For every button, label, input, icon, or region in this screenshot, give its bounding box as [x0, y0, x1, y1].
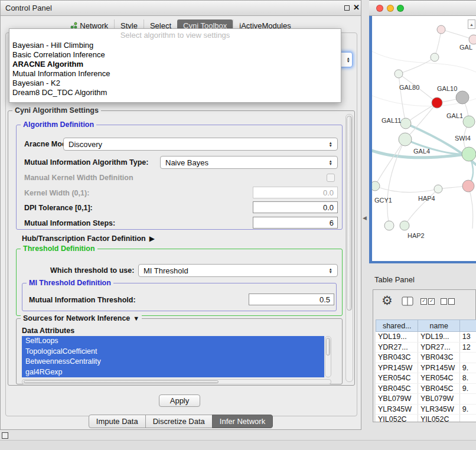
node-label: HAP2 [407, 232, 425, 239]
node-label: GAL4 [413, 148, 430, 155]
attribute-list-hscrollbar-thumb[interactable] [24, 380, 219, 383]
settings-scrollbar-thumb[interactable] [347, 116, 352, 311]
mi-type-label: Mutual Information Algorithm Type: [24, 158, 148, 167]
combo-stepper-icon: ▲▼ [329, 268, 332, 273]
scroll-up-button[interactable]: ▲ [468, 19, 475, 29]
tab-discretize-data[interactable]: Discretize Data [145, 415, 213, 428]
network-node[interactable] [400, 221, 409, 230]
close-icon[interactable]: ✕ [353, 3, 360, 12]
mi-type-select[interactable]: Naive Bayes ▲▼ [160, 156, 338, 169]
table-row[interactable]: YDL19... YDL19... 13 [376, 332, 476, 343]
dpi-tolerance-label: DPI Tolerance [0,1]: [24, 204, 93, 212]
network-node[interactable] [431, 53, 439, 61]
manual-kernel-label: Manual Kernel Width Definition [24, 174, 133, 182]
table-columns-icon[interactable] [402, 296, 413, 306]
cell: YBR043C [376, 353, 418, 363]
tab-label: Infer Network [220, 417, 265, 426]
network-node[interactable] [400, 118, 411, 129]
network-node-selected[interactable] [432, 97, 442, 108]
minimize-button[interactable] [387, 5, 394, 12]
cell: YPR145W [376, 363, 418, 373]
dropdown-item[interactable]: Bayesian - K2 [9, 79, 341, 88]
cell: YLR345W [418, 405, 460, 415]
dpi-tolerance-field[interactable]: 0.0 [253, 201, 338, 213]
desktop: Control Panel ✕ Network Style Select Cyn… [0, 0, 476, 450]
table-row[interactable]: YPR145W YPR145W 9. [376, 363, 476, 374]
table-panel-title: Table Panel [374, 275, 415, 284]
attribute-list-hscrollbar[interactable] [22, 379, 331, 384]
table-body: YDL19... YDL19... 13 YDR27... YDR27... 1… [376, 332, 476, 422]
table-row[interactable]: YIL052C YIL052C [376, 415, 476, 422]
dropdown-item[interactable]: Dream8 DC_TDC Algorithm [9, 88, 341, 97]
mi-type-value: Naive Bayes [165, 158, 208, 167]
attribute-list: SelfLoops TopologicalCoefficient Between… [22, 336, 324, 377]
cell: YER054C [376, 373, 418, 383]
table-toolbar: ⚙ ✓✓ [373, 290, 475, 318]
attribute-list-item[interactable]: BetweennessCentrality [22, 357, 324, 367]
tab-infer-network[interactable]: Infer Network [212, 415, 273, 428]
which-threshold-select[interactable]: MI Threshold ▲▼ [138, 264, 338, 277]
mi-threshold-group-title: MI Threshold Definition [27, 279, 113, 287]
mi-threshold-field[interactable]: 0.5 [249, 294, 334, 305]
table-row[interactable]: YBR045C YBR045C 9. [376, 384, 476, 394]
cell: YIL052C [376, 415, 418, 422]
network-node[interactable] [463, 116, 475, 128]
cell: YBR045C [376, 384, 418, 394]
mi-threshold-value: 0.5 [319, 295, 330, 304]
mi-steps-field[interactable]: 6 [253, 217, 338, 229]
cell: YIL052C [418, 415, 460, 422]
column-header-clipped[interactable] [459, 319, 476, 332]
table-row[interactable]: YER054C YER054C 8. [376, 373, 476, 384]
column-header-shared-name[interactable]: shared... [376, 319, 418, 332]
apply-button-label: Apply [170, 396, 190, 405]
data-attributes-label: Data Attributes [22, 327, 74, 335]
dropdown-item[interactable]: Mutual Information Inference [9, 69, 341, 79]
select-all-columns-icon[interactable]: ✓✓ [420, 298, 435, 305]
hub-section-toggle[interactable]: Hub/Transcription Factor Definition ▶ [22, 234, 155, 243]
cell: 13 [460, 332, 476, 342]
settings-group-title: Cyni Algorithm Settings [12, 106, 101, 115]
network-node[interactable] [469, 35, 476, 44]
network-node-gal10[interactable] [456, 91, 469, 104]
network-node[interactable] [372, 181, 380, 191]
table-row[interactable]: YDR27... YDR27... 12 [376, 343, 476, 353]
minimized-panel-icon[interactable] [2, 432, 8, 439]
attribute-list-item[interactable]: SelfLoops [22, 336, 324, 347]
combo-stepper-icon: ▲▼ [329, 141, 332, 147]
dropdown-item[interactable]: Bayesian - Hill Climbing [9, 41, 341, 50]
table-row[interactable]: YBR043C YBR043C [376, 353, 476, 363]
network-canvas[interactable]: GAL80 GAL10 GAL11 GAL1 SWI4 GAL4 GCY1 HA… [372, 16, 476, 261]
network-node[interactable] [384, 221, 394, 230]
manual-kernel-checkbox[interactable] [327, 174, 335, 182]
settings-scrollbar[interactable] [345, 114, 353, 382]
network-node[interactable] [462, 147, 476, 161]
zoom-button[interactable] [397, 5, 404, 12]
table-row[interactable]: YLR345W YLR345W 9. [376, 405, 476, 415]
sources-group-toggle[interactable]: Sources for Network Inference ▼ [21, 314, 142, 322]
network-node[interactable] [437, 25, 445, 34]
network-node[interactable] [395, 70, 403, 78]
dropdown-item[interactable]: ARACNE Algorithm [9, 60, 341, 69]
apply-button[interactable]: Apply [159, 394, 200, 407]
dropdown-item[interactable]: Basic Correlation Inference [9, 50, 341, 60]
attribute-list-scrollbar-thumb[interactable] [326, 338, 330, 356]
attribute-list-item[interactable]: TopologicalCoefficient [22, 347, 324, 357]
hub-section-label: Hub/Transcription Factor Definition [22, 234, 146, 243]
deselect-all-columns-icon[interactable] [441, 298, 455, 305]
network-node[interactable] [462, 180, 474, 192]
collapse-arrow-icon: ▼ [133, 315, 139, 322]
network-node[interactable] [434, 185, 442, 193]
attribute-list-scrollbar[interactable] [325, 336, 331, 377]
float-window-icon[interactable] [344, 5, 350, 11]
attribute-list-item[interactable]: gal4RGexp [22, 367, 324, 378]
tab-impute-data[interactable]: Impute Data [89, 415, 146, 428]
aracne-mode-select[interactable]: Discovery ▲▼ [63, 138, 338, 151]
network-node-gal4[interactable] [399, 133, 412, 146]
close-button[interactable] [376, 5, 383, 12]
gear-icon[interactable]: ⚙ [382, 294, 393, 308]
table-row[interactable]: YBL079W YBL079W [376, 394, 476, 405]
column-header-name[interactable]: name [418, 319, 460, 332]
panel-splitter-arrow[interactable]: ◀ [363, 215, 367, 221]
which-threshold-value: MI Threshold [144, 266, 188, 275]
cell: YBL079W [376, 394, 418, 404]
